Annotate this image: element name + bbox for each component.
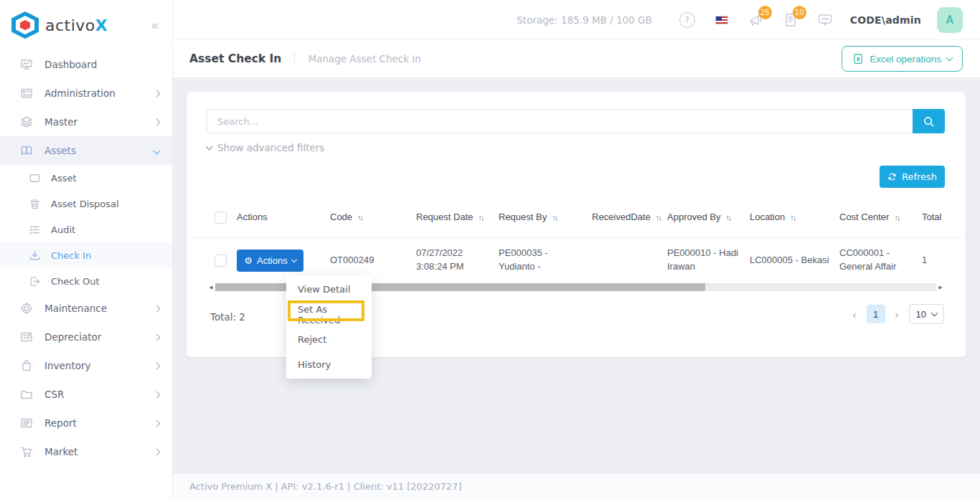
sort-icon[interactable]: ↑↓ [357,212,362,224]
chevron-right-icon [154,448,161,455]
advanced-filters-toggle[interactable]: Show advanced filters [207,142,324,153]
menu-item-reject[interactable]: Reject [286,327,372,352]
administration-icon [20,87,33,100]
sidebar-item-report[interactable]: Report [0,409,172,437]
sidebar: activoX « Dashboard Administration Maste… [0,0,172,499]
row-approved-by: PE000010 - Hadi Irawan [667,244,750,277]
scroll-left-arrow[interactable]: ◀ [207,285,215,290]
row-location: LC000005 - Bekasi [750,251,839,270]
sidebar-subitem-check-out[interactable]: Check Out [0,268,172,294]
col-approved-by[interactable]: Approved By↑↓ [667,208,750,227]
col-request-by[interactable]: Request By↑↓ [499,208,592,227]
excel-operations-label: Excel operations [870,54,941,65]
chevron-down-icon [931,310,938,317]
prev-page-button[interactable]: ‹ [850,308,859,320]
menu-item-view-detail[interactable]: View Detail [286,277,372,302]
cart-icon [20,445,33,458]
logo-word: activo [45,16,95,34]
page-header: Asset Check In Manage Asset Check In x E… [172,39,980,77]
chevron-down-icon [946,54,953,62]
master-icon [20,115,33,128]
refresh-button[interactable]: Refresh [880,166,945,188]
select-all-checkbox[interactable] [215,212,227,224]
sidebar-item-label: Depreciator [44,331,101,343]
sidebar-subitem-check-in[interactable]: Check In [0,242,172,268]
sidebar-item-assets[interactable]: Assets [0,136,172,165]
sidebar-subitem-label: Check In [51,250,91,261]
row-checkbox[interactable] [215,255,227,267]
sidebar-subitem-asset[interactable]: Asset [0,165,172,191]
sidebar-subitem-audit[interactable]: Audit [0,217,172,242]
news-button[interactable]: 10 [781,11,800,29]
language-flag-button[interactable] [712,11,731,29]
col-label: Code [330,211,352,224]
check-in-icon [29,250,41,262]
request-date-time: 3:08:24 PM [416,260,493,274]
col-received-date[interactable]: ReceivedDate↑↓ [592,208,667,227]
table-header-row: Actions Code↑↓ Request Date↑↓ Request By… [187,198,966,238]
scroll-right-arrow[interactable]: ▶ [936,285,945,290]
row-actions-cell: ⚙ Actions [237,247,330,275]
announcements-button[interactable]: 25 [747,11,765,29]
sidebar-subitem-asset-disposal[interactable]: Asset Disposal [0,191,172,217]
sort-icon[interactable]: ↑↓ [790,212,795,224]
sort-icon[interactable]: ↑↓ [479,212,484,224]
sidebar-item-label: Report [44,417,77,429]
chevron-right-icon [154,118,161,125]
refresh-label: Refresh [902,171,937,182]
sidebar-item-label: Master [44,116,77,128]
row-request-date: 07/27/20223:08:24 PM [416,244,499,277]
check-out-icon [29,275,41,287]
sidebar-item-administration[interactable]: Administration [0,79,172,108]
page-size-select[interactable]: 10 [909,304,944,324]
search-input[interactable] [207,109,913,133]
chevron-down-icon [154,147,161,154]
col-label: Cost Center [839,211,889,224]
col-cost-center[interactable]: Cost Center↑↓ [839,208,922,227]
current-page-button[interactable]: 1 [867,305,885,323]
col-label: Location [750,211,785,224]
chat-button[interactable] [816,11,834,29]
sidebar-item-inventory[interactable]: Inventory [0,351,172,380]
username: CODE\admin [850,14,921,26]
col-request-date[interactable]: Request Date↑↓ [416,208,499,227]
sort-icon[interactable]: ↑↓ [552,212,557,224]
sidebar-item-maintenance[interactable]: Maintenance [0,294,172,323]
asset-icon [29,172,41,184]
storage-indicator: Storage: 185.9 MB / 100 GB [517,14,651,26]
news-badge: 10 [793,6,806,19]
col-code[interactable]: Code↑↓ [330,208,416,227]
search-button[interactable] [913,109,945,133]
bag-icon [20,359,33,372]
sidebar-item-depreciator[interactable]: Depreciator [0,323,172,351]
sidebar-item-dashboard[interactable]: Dashboard [0,50,172,79]
row-checkbox-cell [187,252,237,270]
logo-text: activoX [45,16,108,34]
sort-icon[interactable]: ↑↓ [656,212,661,224]
row-code: OT000249 [330,251,416,270]
col-total: Total [922,208,966,227]
chevron-right-icon [154,90,161,97]
col-location[interactable]: Location↑↓ [750,208,839,227]
chat-icon [816,11,834,29]
next-page-button[interactable]: › [892,308,902,320]
menu-item-set-as-received[interactable]: Set As Received [286,302,372,327]
sidebar-collapse-icon[interactable]: « [151,16,159,34]
help-button[interactable]: ? [678,11,697,29]
sort-icon[interactable]: ↑↓ [894,212,899,224]
avatar[interactable]: A [937,7,963,33]
sidebar-item-master[interactable]: Master [0,108,172,136]
sidebar-subitem-label: Check Out [51,276,100,287]
excel-file-icon: x [852,53,864,65]
sidebar-item-market[interactable]: Market [0,437,172,466]
excel-operations-button[interactable]: x Excel operations [842,46,963,72]
menu-item-history[interactable]: History [286,352,372,377]
gear-icon [20,302,33,315]
page-title: Asset Check In [189,52,281,65]
folder-icon [20,388,33,401]
sort-icon[interactable]: ↑↓ [725,212,730,224]
row-actions-button[interactable]: ⚙ Actions [237,250,303,272]
header-checkbox-cell [187,209,237,227]
sidebar-item-csr[interactable]: CSR [0,380,172,409]
announcements-badge: 25 [758,6,772,19]
